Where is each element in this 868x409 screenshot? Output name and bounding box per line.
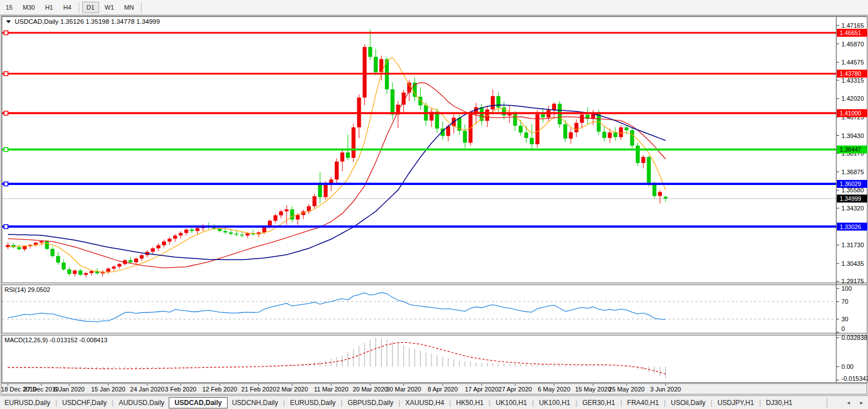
rsi-axis-label: 70	[841, 298, 848, 305]
candle-body	[190, 230, 194, 231]
candle-body	[530, 138, 534, 144]
price-axis-label: 1.42020	[841, 95, 864, 102]
tab-uk100-h1[interactable]: UK100,H1	[491, 397, 531, 408]
candle-body	[352, 127, 356, 158]
price-level-badge-label: 1.43780	[840, 70, 861, 77]
candle-body	[134, 259, 138, 262]
tab-usoil-daily[interactable]: USOil,Daily	[666, 397, 710, 408]
line-handle[interactable]	[4, 182, 8, 186]
rsi-axis-label: 100	[841, 285, 852, 292]
time-axis-label: 15 Jan 2020	[91, 386, 126, 393]
time-axis-label: 12 Feb 2020	[202, 386, 237, 393]
time-axis-label: 17 Apr 2020	[465, 386, 498, 393]
tab-usdcnh-daily[interactable]: USDCNH,Daily	[228, 397, 283, 408]
price-axis-label: 1.31730	[841, 242, 864, 248]
candle-body	[636, 145, 640, 163]
candle-body	[45, 241, 49, 249]
tab-ger30-h1[interactable]: GER30,H1	[578, 397, 619, 408]
candle-body	[619, 127, 623, 137]
candle-body	[290, 209, 294, 219]
candle-body	[368, 47, 372, 57]
price-axis-label: 1.39430	[841, 132, 864, 139]
candle-body	[240, 235, 244, 236]
candle-body	[374, 57, 378, 72]
tab-eurusd-daily[interactable]: EURUSD,Daily	[285, 397, 340, 408]
time-axis-label: 30 Mar 2020	[386, 386, 421, 393]
candle-body	[391, 89, 395, 115]
candle-body	[62, 262, 66, 269]
candle-body	[541, 114, 545, 118]
time-axis-label: 2 Mar 2020	[276, 386, 308, 393]
tab-xauusd-h4[interactable]: XAUUSD,H4	[401, 397, 449, 408]
macd-panel	[2, 335, 867, 383]
candle-body	[162, 242, 166, 246]
line-handle[interactable]	[4, 148, 8, 152]
candle-body	[50, 249, 54, 256]
candle-body	[340, 153, 344, 162]
candle-body	[140, 255, 144, 259]
candle-body	[56, 256, 60, 263]
tab-usdjpy-h1[interactable]: USDJPY,H1	[713, 397, 758, 408]
line-handle[interactable]	[4, 111, 8, 115]
candle-body	[642, 157, 645, 163]
rsi-indicator-label: RSI(14) 29.0502	[5, 286, 50, 293]
tab-usdcad-daily[interactable]: USDCAD,Daily	[169, 397, 227, 408]
tab-audusd-daily[interactable]: AUDUSD,Daily	[114, 397, 169, 408]
price-level-badge-label: 1.33026	[840, 223, 861, 230]
tab-scroll-left-icon[interactable]: ◂	[842, 399, 855, 406]
candle-body	[246, 233, 250, 235]
candle-body	[285, 209, 289, 212]
price-axis-label: 1.36875	[841, 169, 864, 175]
price-axis-label: 1.44575	[841, 59, 864, 66]
rsi-axis-label: 30	[841, 316, 848, 322]
tab-scroll-controls: ◂▸	[827, 398, 868, 407]
candle-body	[575, 123, 579, 132]
candle-body	[664, 197, 668, 199]
time-axis-label: 11 Mar 2020	[314, 386, 348, 393]
time-axis-label: 6 Jan 2020	[54, 386, 84, 393]
time-axis-label: 21 Feb 2020	[241, 386, 276, 393]
chart-tabs-bar: EURUSD,Daily|USDCHF,Daily|AUDUSD,DailyUS…	[0, 395, 868, 409]
time-axis-label: 3 Jun 2020	[650, 386, 681, 393]
tab-gbpusd-daily[interactable]: GBPUSD,Daily	[343, 397, 398, 408]
price-level-badge-label: 1.46651	[840, 29, 861, 36]
macd-axis-label: 0.032838	[841, 334, 867, 341]
candle-body	[647, 157, 651, 184]
tab-eurusd-daily[interactable]: EURUSD,Daily	[0, 397, 55, 408]
candle-body	[79, 270, 83, 275]
candle-body	[335, 162, 339, 180]
time-axis-label: 15 May 2020	[575, 386, 612, 393]
candle-body	[156, 246, 160, 249]
candle-body	[491, 96, 495, 110]
macd-indicator-label: MACD(12,26,9) -0.013152 -0.008413	[5, 337, 108, 343]
tab-fra40-h1[interactable]: FRA40,H1	[623, 397, 664, 408]
candle-body	[84, 273, 88, 275]
candle-body	[563, 124, 567, 139]
tab-dj30-h1[interactable]: DJ30,H1	[762, 397, 797, 408]
candle-body	[463, 131, 467, 143]
chart-svg: USDCAD,Daily 1.35126 1.35198 1.34778 1.3…	[0, 0, 868, 409]
tab-scroll-right-icon[interactable]: ▸	[855, 399, 868, 406]
line-handle[interactable]	[4, 225, 8, 229]
candle-body	[106, 269, 110, 272]
price-axis-label: 1.43315	[841, 77, 864, 84]
price-level-badge-label: 1.38447	[840, 146, 861, 153]
line-handle[interactable]	[4, 31, 8, 35]
candle-body	[117, 264, 121, 267]
tab-uk100-h1[interactable]: UK100,H1	[535, 397, 575, 408]
rsi-panel	[2, 285, 867, 334]
candle-body	[73, 270, 77, 274]
candle-body	[17, 247, 21, 249]
candle-body	[179, 233, 183, 236]
tab-hk50-h1[interactable]: HK50,H1	[452, 397, 489, 408]
price-axis-label: 1.35580	[841, 187, 864, 193]
price-axis-label: 1.29175	[841, 278, 864, 285]
tab-usdchf-daily[interactable]: USDCHF,Daily	[58, 397, 112, 408]
candle-body	[40, 241, 44, 243]
candle-body	[346, 153, 350, 158]
trading-platform-window: 15M30H1H4D1W1MN USDCAD,Daily 1.35126 1.3…	[0, 0, 868, 409]
price-axis-label: 1.30435	[841, 260, 864, 267]
line-handle[interactable]	[4, 72, 8, 76]
price-axis-label: 1.47165	[841, 22, 864, 29]
time-axis-label: 20 Mar 2020	[353, 386, 388, 393]
